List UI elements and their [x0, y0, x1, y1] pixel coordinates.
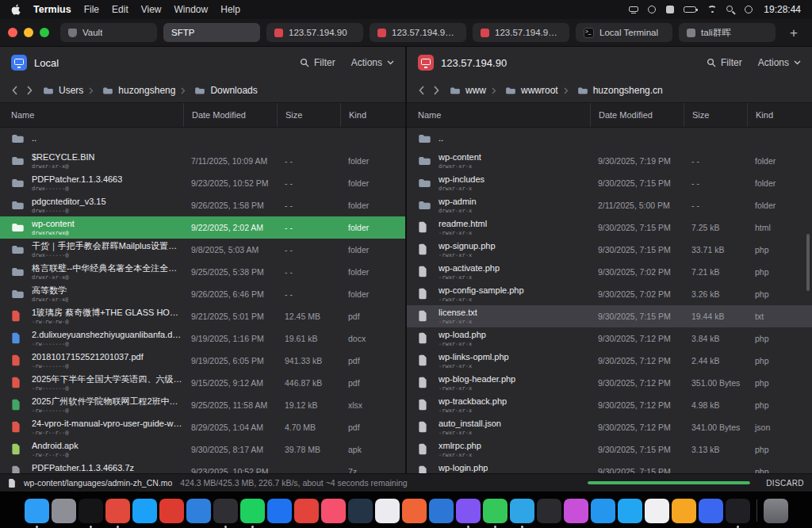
forward-button[interactable] [22, 83, 36, 98]
trash-icon[interactable] [764, 499, 788, 523]
dock-app-icon[interactable] [402, 499, 427, 523]
tab[interactable]: SFTP [163, 23, 260, 42]
breadcrumb-item[interactable]: www [448, 85, 488, 96]
dock-app-icon[interactable] [726, 499, 750, 523]
close-window-button[interactable] [8, 28, 17, 37]
file-row[interactable]: 24-vpro-it-manual-vpro-user-guide-white-… [0, 416, 405, 438]
scrollbar-thumb[interactable] [806, 234, 810, 291]
file-row[interactable]: 高等数学 drwxr-xr-x@ 9/26/2025, 6:46 PM - - … [0, 283, 405, 305]
file-row[interactable]: wp-login.php -rwxr-xr-x 9/30/2025, 7:15 … [407, 461, 812, 473]
breadcrumb-item[interactable]: wwwroot [488, 85, 560, 96]
menu-item[interactable]: Window [174, 4, 209, 15]
filter-button[interactable]: Filter [707, 57, 742, 68]
status-icon[interactable] [707, 5, 717, 14]
apple-menu-icon[interactable] [11, 4, 21, 15]
dock-app-icon[interactable] [240, 499, 265, 523]
dock-app-icon[interactable] [52, 499, 76, 523]
file-row[interactable]: wp-content drwxr-xr-x 9/30/2025, 7:19 PM… [407, 150, 812, 172]
dock-app-icon[interactable] [79, 499, 103, 523]
tab[interactable]: 123.57.194.90 [266, 23, 363, 42]
file-row[interactable]: Android.apk -rw-r--r--@ 9/30/2025, 8:17 … [0, 438, 405, 461]
column-header[interactable]: Kind [340, 103, 405, 127]
dock-app-icon[interactable] [294, 499, 319, 523]
file-row[interactable]: readme.html -rwxr-xr-x 9/30/2025, 7:15 P… [407, 216, 812, 239]
file-row[interactable]: wp-content drwxrwxrwx@ 9/22/2025, 2:02 A… [0, 216, 405, 239]
menu-item[interactable]: File [84, 4, 99, 15]
actions-button[interactable]: Actions [758, 57, 801, 68]
file-row[interactable]: wp-load.php -rwxr-xr-x 9/30/2025, 7:12 P… [407, 327, 812, 350]
status-icon[interactable] [629, 5, 638, 14]
dock-app-icon[interactable] [375, 499, 400, 523]
file-row[interactable]: $RECYCLE.BIN drwxr-xr-x@ 7/11/2025, 10:0… [0, 150, 405, 172]
column-header[interactable]: Kind [747, 103, 812, 127]
dock-app-icon[interactable] [699, 499, 723, 523]
column-header[interactable]: Size [277, 103, 340, 127]
dock-app-icon[interactable] [564, 499, 588, 523]
file-row[interactable]: wp-trackback.php -rwxr-xr-x 9/30/2025, 7… [407, 394, 812, 416]
column-header[interactable]: Date Modified [183, 103, 277, 127]
dock-app-icon[interactable] [456, 499, 481, 523]
dock-app-icon[interactable] [591, 499, 615, 523]
discard-button[interactable]: DISCARD [766, 479, 804, 488]
file-row[interactable]: 20181017152521201037.pdf -rw-------@ 9/1… [0, 350, 405, 372]
file-row[interactable]: wp-activate.php -rwxr-xr-x 9/30/2025, 7:… [407, 261, 812, 283]
dock-app-icon[interactable] [537, 499, 561, 523]
file-row[interactable]: .. [0, 128, 405, 150]
file-row[interactable]: auto_install.json -rwxr-xr-x 9/30/2025, … [407, 416, 812, 438]
file-row[interactable]: pdgcnteditor_v3.15 drwx------@ 9/26/2025… [0, 194, 405, 216]
app-menu-title[interactable]: Termius [33, 4, 71, 15]
dock-app-icon[interactable] [510, 499, 534, 523]
zoom-window-button[interactable] [40, 28, 49, 37]
menu-item[interactable]: Edit [112, 4, 128, 15]
tab[interactable]: 123.57.194.90 (2) [473, 23, 569, 42]
file-row[interactable]: wp-blog-header.php -rwxr-xr-x 9/30/2025,… [407, 372, 812, 394]
breadcrumb-item[interactable]: huzongsheng.cn [560, 85, 665, 96]
filter-button[interactable]: Filter [300, 57, 335, 68]
file-row[interactable]: wp-signup.php -rwxr-xr-x 9/30/2025, 7:15… [407, 239, 812, 261]
column-header[interactable]: Date Modified [590, 103, 684, 127]
file-row[interactable]: wp-includes drwxr-xr-x 9/30/2025, 7:15 P… [407, 172, 812, 194]
minimize-window-button[interactable] [24, 28, 33, 37]
column-header[interactable]: Name [407, 103, 590, 127]
back-button[interactable] [8, 83, 22, 98]
breadcrumb-item[interactable]: Downloads [177, 85, 259, 96]
file-row[interactable]: 2.dulixueyuanshezhiyuguanlibanfa.docx -r… [0, 327, 405, 350]
dock-app-icon[interactable] [672, 499, 696, 523]
file-row[interactable]: wp-admin drwxr-xr-x 2/11/2025, 5:00 PM -… [407, 194, 812, 216]
dock-app-icon[interactable] [105, 499, 130, 523]
forward-button[interactable] [429, 83, 443, 98]
dock-app-icon[interactable] [25, 499, 49, 523]
dock-app-icon[interactable] [321, 499, 346, 523]
file-row[interactable]: license.txt -rwxr-xr-x 9/30/2025, 7:15 P… [407, 305, 812, 327]
column-header[interactable]: Name [0, 103, 183, 127]
file-row[interactable]: .. [407, 128, 812, 150]
dock-app-icon[interactable] [645, 499, 669, 523]
dock-app-icon[interactable] [159, 499, 184, 523]
file-row[interactable]: 2025年下半年全国大学英语四、六级考试报名... -rw-------@ 9/… [0, 372, 405, 394]
tab[interactable]: tali群晖 [679, 23, 776, 42]
menu-item[interactable]: View [141, 4, 162, 15]
dock-app-icon[interactable] [348, 499, 373, 523]
tab[interactable]: 123.57.194.90 (1) [370, 23, 466, 42]
file-row[interactable]: 2025广州软件学院物联网工程2班中秋国庆假期... -rw-------@ 9… [0, 394, 405, 416]
column-header[interactable]: Size [684, 103, 747, 127]
dock-app-icon[interactable] [186, 499, 211, 523]
dock-app-icon[interactable] [213, 499, 238, 523]
status-icon[interactable] [684, 5, 699, 14]
file-row[interactable]: 干货｜手把手教会群晖Mailplus设置及邮件免拒... drwx------@… [0, 239, 405, 261]
tab[interactable]: Local Terminal [576, 23, 672, 42]
file-row[interactable]: xmlrpc.php -rwxr-xr-x 9/30/2025, 7:15 PM… [407, 438, 812, 461]
dock-app-icon[interactable] [132, 499, 157, 523]
dock-app-icon[interactable] [483, 499, 508, 523]
status-icon[interactable] [665, 5, 675, 14]
breadcrumb-item[interactable]: huzongsheng [85, 85, 177, 96]
file-row[interactable]: 格言联璧--中华经典名著全本全注全译 (中华书局) drwxr-xr-x@ 9/… [0, 261, 405, 283]
dock-app-icon[interactable] [267, 499, 292, 523]
dock-app-icon[interactable] [618, 499, 642, 523]
back-button[interactable] [415, 83, 429, 98]
tab[interactable]: Vault [60, 23, 157, 42]
file-row[interactable]: wp-links-opml.php -rwxr-xr-x 9/30/2025, … [407, 350, 812, 372]
status-icon[interactable] [726, 5, 735, 14]
dock-app-icon[interactable] [429, 499, 454, 523]
menu-bar-clock[interactable]: 19:28:44 [764, 4, 801, 15]
